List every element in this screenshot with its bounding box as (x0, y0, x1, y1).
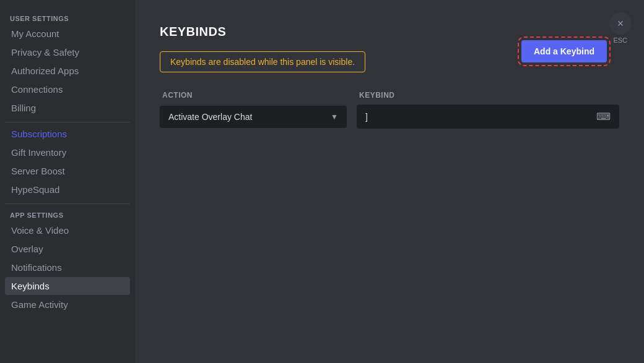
sidebar-item-label: Server Boost (11, 166, 65, 176)
sidebar-item-game-activity[interactable]: Game Activity (5, 296, 130, 314)
app-settings-section-label: App Settings (5, 207, 130, 221)
keybind-value: ] (365, 112, 368, 122)
keybind-input[interactable]: ] ⌨ (357, 105, 619, 129)
action-dropdown-value: Activate Overlay Chat (168, 112, 252, 122)
keybind-column-header: Keybind (359, 91, 617, 100)
keybind-table-header: Action Keybind (160, 91, 619, 100)
sidebar-item-connections[interactable]: Connections (5, 80, 130, 98)
action-dropdown[interactable]: Activate Overlay Chat ▼ (160, 106, 347, 128)
sidebar-item-overlay[interactable]: Overlay (5, 240, 130, 258)
sidebar-item-authorized-apps[interactable]: Authorized Apps (5, 62, 130, 80)
sidebar-item-gift-inventory[interactable]: Gift Inventory (5, 143, 130, 161)
sidebar-item-billing[interactable]: Billing (5, 99, 130, 117)
sidebar-item-server-boost[interactable]: Server Boost (5, 162, 130, 180)
sidebar-item-subscriptions[interactable]: Subscriptions (5, 125, 130, 143)
main-content: Keybinds Keybinds are disabled while thi… (135, 0, 644, 363)
close-icon: × (617, 17, 624, 30)
sidebar-item-label: Keybinds (11, 281, 50, 291)
sidebar-item-label: Game Activity (11, 299, 68, 310)
action-column-header: Action (162, 91, 359, 100)
sidebar-item-label: Overlay (11, 244, 43, 254)
sidebar: User Settings My Account Privacy & Safet… (0, 0, 135, 363)
sidebar-item-label: My Account (11, 28, 59, 39)
sidebar-item-label: Authorized Apps (11, 66, 79, 76)
sidebar-item-label: HypeSquad (11, 184, 59, 195)
page-title: Keybinds (160, 25, 619, 39)
sidebar-item-voice-video[interactable]: Voice & Video (5, 221, 130, 239)
keyboard-icon: ⌨ (596, 111, 611, 122)
add-keybind-button[interactable]: Add a Keybind (521, 40, 607, 62)
sidebar-item-label: Privacy & Safety (11, 47, 79, 58)
sidebar-item-label: Voice & Video (11, 225, 69, 236)
keybind-row: Activate Overlay Chat ▼ ] ⌨ (160, 105, 619, 129)
sidebar-item-label: Notifications (11, 262, 62, 273)
sidebar-item-keybinds[interactable]: Keybinds (5, 277, 130, 295)
chevron-down-icon: ▼ (331, 113, 338, 121)
sidebar-item-notifications[interactable]: Notifications (5, 258, 130, 276)
sidebar-item-my-account[interactable]: My Account (5, 25, 130, 43)
sidebar-item-label: Connections (11, 84, 63, 95)
sidebar-item-label: Gift Inventory (11, 147, 66, 158)
sidebar-item-label: Subscriptions (11, 129, 67, 139)
esc-label: ESC (613, 36, 627, 44)
user-settings-section-label: User Settings (5, 10, 130, 25)
sidebar-item-label: Billing (11, 103, 36, 113)
close-button[interactable]: × (609, 12, 632, 35)
sidebar-item-privacy-safety[interactable]: Privacy & Safety (5, 43, 130, 61)
sidebar-item-hypesquad[interactable]: HypeSquad (5, 181, 130, 199)
warning-banner: Keybinds are disabled while this panel i… (160, 51, 365, 72)
